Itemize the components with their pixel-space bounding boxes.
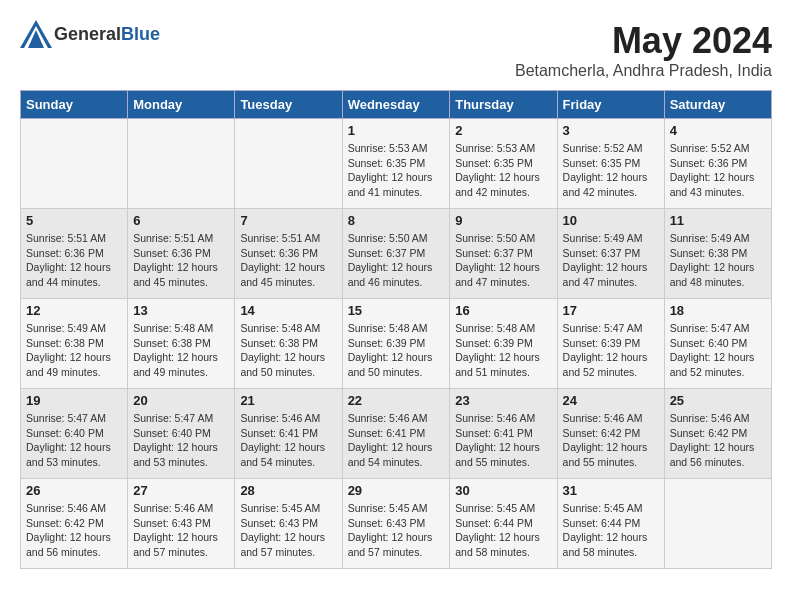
- calendar-cell: 29Sunrise: 5:45 AMSunset: 6:43 PMDayligh…: [342, 479, 450, 569]
- calendar-cell: 8Sunrise: 5:50 AMSunset: 6:37 PMDaylight…: [342, 209, 450, 299]
- calendar-cell: 19Sunrise: 5:47 AMSunset: 6:40 PMDayligh…: [21, 389, 128, 479]
- calendar-cell: 2Sunrise: 5:53 AMSunset: 6:35 PMDaylight…: [450, 119, 557, 209]
- calendar-cell: 27Sunrise: 5:46 AMSunset: 6:43 PMDayligh…: [128, 479, 235, 569]
- calendar-cell: 6Sunrise: 5:51 AMSunset: 6:36 PMDaylight…: [128, 209, 235, 299]
- day-info: Sunrise: 5:48 AMSunset: 6:38 PMDaylight:…: [240, 321, 336, 380]
- day-info: Sunrise: 5:50 AMSunset: 6:37 PMDaylight:…: [348, 231, 445, 290]
- logo-general: General: [54, 24, 121, 44]
- day-number: 31: [563, 483, 659, 498]
- calendar-cell: 22Sunrise: 5:46 AMSunset: 6:41 PMDayligh…: [342, 389, 450, 479]
- calendar-cell: 18Sunrise: 5:47 AMSunset: 6:40 PMDayligh…: [664, 299, 771, 389]
- day-info: Sunrise: 5:50 AMSunset: 6:37 PMDaylight:…: [455, 231, 551, 290]
- day-number: 10: [563, 213, 659, 228]
- day-info: Sunrise: 5:45 AMSunset: 6:43 PMDaylight:…: [348, 501, 445, 560]
- day-info: Sunrise: 5:46 AMSunset: 6:42 PMDaylight:…: [670, 411, 766, 470]
- day-info: Sunrise: 5:51 AMSunset: 6:36 PMDaylight:…: [240, 231, 336, 290]
- day-info: Sunrise: 5:53 AMSunset: 6:35 PMDaylight:…: [455, 141, 551, 200]
- day-number: 16: [455, 303, 551, 318]
- day-number: 19: [26, 393, 122, 408]
- calendar-week-row: 26Sunrise: 5:46 AMSunset: 6:42 PMDayligh…: [21, 479, 772, 569]
- weekday-header: Sunday: [21, 91, 128, 119]
- calendar-cell: 17Sunrise: 5:47 AMSunset: 6:39 PMDayligh…: [557, 299, 664, 389]
- day-info: Sunrise: 5:45 AMSunset: 6:43 PMDaylight:…: [240, 501, 336, 560]
- day-number: 9: [455, 213, 551, 228]
- day-number: 1: [348, 123, 445, 138]
- day-info: Sunrise: 5:49 AMSunset: 6:37 PMDaylight:…: [563, 231, 659, 290]
- day-info: Sunrise: 5:46 AMSunset: 6:41 PMDaylight:…: [348, 411, 445, 470]
- day-info: Sunrise: 5:49 AMSunset: 6:38 PMDaylight:…: [670, 231, 766, 290]
- weekday-header: Monday: [128, 91, 235, 119]
- weekday-header: Wednesday: [342, 91, 450, 119]
- calendar-cell: 30Sunrise: 5:45 AMSunset: 6:44 PMDayligh…: [450, 479, 557, 569]
- day-info: Sunrise: 5:47 AMSunset: 6:40 PMDaylight:…: [133, 411, 229, 470]
- weekday-header: Thursday: [450, 91, 557, 119]
- calendar-cell: 25Sunrise: 5:46 AMSunset: 6:42 PMDayligh…: [664, 389, 771, 479]
- day-number: 22: [348, 393, 445, 408]
- day-number: 12: [26, 303, 122, 318]
- day-number: 11: [670, 213, 766, 228]
- calendar-cell: 5Sunrise: 5:51 AMSunset: 6:36 PMDaylight…: [21, 209, 128, 299]
- day-info: Sunrise: 5:51 AMSunset: 6:36 PMDaylight:…: [133, 231, 229, 290]
- calendar-cell: 31Sunrise: 5:45 AMSunset: 6:44 PMDayligh…: [557, 479, 664, 569]
- month-title: May 2024: [515, 20, 772, 62]
- calendar-cell: 4Sunrise: 5:52 AMSunset: 6:36 PMDaylight…: [664, 119, 771, 209]
- day-info: Sunrise: 5:51 AMSunset: 6:36 PMDaylight:…: [26, 231, 122, 290]
- logo: GeneralBlue: [20, 20, 160, 48]
- day-number: 24: [563, 393, 659, 408]
- day-number: 17: [563, 303, 659, 318]
- day-info: Sunrise: 5:48 AMSunset: 6:38 PMDaylight:…: [133, 321, 229, 380]
- calendar-cell: 23Sunrise: 5:46 AMSunset: 6:41 PMDayligh…: [450, 389, 557, 479]
- day-number: 23: [455, 393, 551, 408]
- calendar-cell: 12Sunrise: 5:49 AMSunset: 6:38 PMDayligh…: [21, 299, 128, 389]
- day-info: Sunrise: 5:45 AMSunset: 6:44 PMDaylight:…: [563, 501, 659, 560]
- day-number: 5: [26, 213, 122, 228]
- calendar-cell: 15Sunrise: 5:48 AMSunset: 6:39 PMDayligh…: [342, 299, 450, 389]
- weekday-header: Friday: [557, 91, 664, 119]
- day-info: Sunrise: 5:47 AMSunset: 6:39 PMDaylight:…: [563, 321, 659, 380]
- day-number: 18: [670, 303, 766, 318]
- day-number: 20: [133, 393, 229, 408]
- day-number: 15: [348, 303, 445, 318]
- calendar-cell: [21, 119, 128, 209]
- day-number: 14: [240, 303, 336, 318]
- calendar-cell: 21Sunrise: 5:46 AMSunset: 6:41 PMDayligh…: [235, 389, 342, 479]
- calendar-cell: [235, 119, 342, 209]
- calendar-cell: 9Sunrise: 5:50 AMSunset: 6:37 PMDaylight…: [450, 209, 557, 299]
- day-number: 29: [348, 483, 445, 498]
- logo-icon: [20, 20, 52, 48]
- day-number: 7: [240, 213, 336, 228]
- day-number: 8: [348, 213, 445, 228]
- calendar-week-row: 12Sunrise: 5:49 AMSunset: 6:38 PMDayligh…: [21, 299, 772, 389]
- day-number: 6: [133, 213, 229, 228]
- day-number: 26: [26, 483, 122, 498]
- day-number: 27: [133, 483, 229, 498]
- weekday-header: Tuesday: [235, 91, 342, 119]
- calendar-cell: [664, 479, 771, 569]
- calendar-cell: 13Sunrise: 5:48 AMSunset: 6:38 PMDayligh…: [128, 299, 235, 389]
- day-info: Sunrise: 5:48 AMSunset: 6:39 PMDaylight:…: [455, 321, 551, 380]
- day-number: 13: [133, 303, 229, 318]
- day-info: Sunrise: 5:46 AMSunset: 6:41 PMDaylight:…: [455, 411, 551, 470]
- calendar-cell: 10Sunrise: 5:49 AMSunset: 6:37 PMDayligh…: [557, 209, 664, 299]
- day-info: Sunrise: 5:52 AMSunset: 6:36 PMDaylight:…: [670, 141, 766, 200]
- day-number: 30: [455, 483, 551, 498]
- calendar-cell: 24Sunrise: 5:46 AMSunset: 6:42 PMDayligh…: [557, 389, 664, 479]
- calendar-week-row: 5Sunrise: 5:51 AMSunset: 6:36 PMDaylight…: [21, 209, 772, 299]
- calendar-week-row: 1Sunrise: 5:53 AMSunset: 6:35 PMDaylight…: [21, 119, 772, 209]
- location-title: Betamcherla, Andhra Pradesh, India: [515, 62, 772, 80]
- calendar-cell: 20Sunrise: 5:47 AMSunset: 6:40 PMDayligh…: [128, 389, 235, 479]
- day-info: Sunrise: 5:46 AMSunset: 6:41 PMDaylight:…: [240, 411, 336, 470]
- calendar-cell: 16Sunrise: 5:48 AMSunset: 6:39 PMDayligh…: [450, 299, 557, 389]
- day-info: Sunrise: 5:53 AMSunset: 6:35 PMDaylight:…: [348, 141, 445, 200]
- logo-blue: Blue: [121, 24, 160, 44]
- day-number: 25: [670, 393, 766, 408]
- day-info: Sunrise: 5:45 AMSunset: 6:44 PMDaylight:…: [455, 501, 551, 560]
- day-info: Sunrise: 5:52 AMSunset: 6:35 PMDaylight:…: [563, 141, 659, 200]
- calendar-cell: 7Sunrise: 5:51 AMSunset: 6:36 PMDaylight…: [235, 209, 342, 299]
- day-number: 2: [455, 123, 551, 138]
- calendar-cell: 3Sunrise: 5:52 AMSunset: 6:35 PMDaylight…: [557, 119, 664, 209]
- day-number: 28: [240, 483, 336, 498]
- day-info: Sunrise: 5:48 AMSunset: 6:39 PMDaylight:…: [348, 321, 445, 380]
- calendar-cell: 11Sunrise: 5:49 AMSunset: 6:38 PMDayligh…: [664, 209, 771, 299]
- title-area: May 2024 Betamcherla, Andhra Pradesh, In…: [515, 20, 772, 80]
